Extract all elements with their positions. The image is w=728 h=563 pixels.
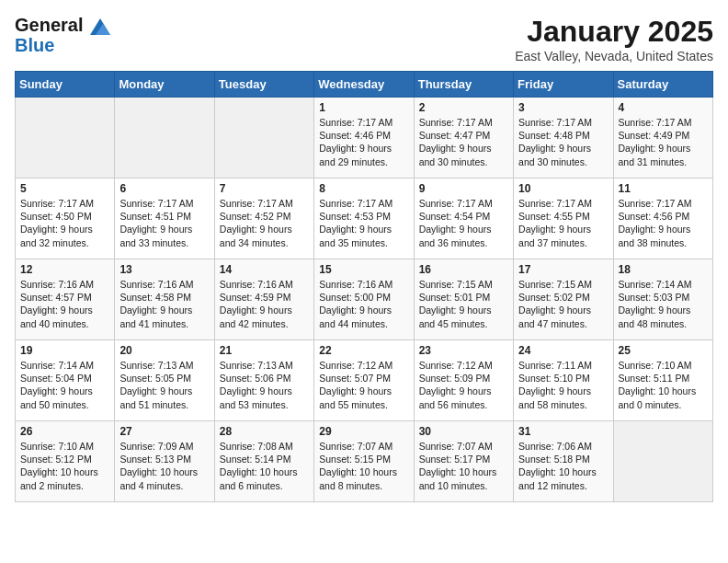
calendar-cell [115,98,214,178]
calendar-cell: 15Sunrise: 7:16 AM Sunset: 5:00 PM Dayli… [314,259,414,340]
day-number: 15 [319,263,408,276]
calendar-cell: 6Sunrise: 7:17 AM Sunset: 4:51 PM Daylig… [115,178,214,259]
day-number: 30 [419,425,508,438]
day-info: Sunrise: 7:08 AM Sunset: 5:14 PM Dayligh… [220,440,309,492]
calendar-cell: 10Sunrise: 7:17 AM Sunset: 4:55 PM Dayli… [514,178,613,259]
calendar-cell [214,98,313,178]
calendar-cell: 29Sunrise: 7:07 AM Sunset: 5:15 PM Dayli… [314,421,414,502]
day-info: Sunrise: 7:10 AM Sunset: 5:11 PM Dayligh… [619,359,708,411]
calendar-cell: 3Sunrise: 7:17 AM Sunset: 4:48 PM Daylig… [514,98,613,178]
weekday-header-friday: Friday [514,72,613,98]
calendar-table: SundayMondayTuesdayWednesdayThursdayFrid… [15,71,713,502]
week-row-4: 19Sunrise: 7:14 AM Sunset: 5:04 PM Dayli… [16,340,713,421]
day-number: 8 [319,182,408,195]
calendar-cell [16,98,115,178]
day-number: 17 [518,263,608,276]
day-number: 27 [119,425,209,438]
calendar-cell: 21Sunrise: 7:13 AM Sunset: 5:06 PM Dayli… [214,340,313,421]
calendar-cell: 4Sunrise: 7:17 AM Sunset: 4:49 PM Daylig… [613,98,712,178]
weekday-header-sunday: Sunday [16,72,115,98]
weekday-header-row: SundayMondayTuesdayWednesdayThursdayFrid… [16,72,713,98]
calendar-cell: 22Sunrise: 7:12 AM Sunset: 5:07 PM Dayli… [314,340,414,421]
day-info: Sunrise: 7:14 AM Sunset: 5:03 PM Dayligh… [619,278,708,330]
day-number: 19 [20,344,109,357]
calendar-cell: 24Sunrise: 7:11 AM Sunset: 5:10 PM Dayli… [514,340,613,421]
day-info: Sunrise: 7:11 AM Sunset: 5:10 PM Dayligh… [518,359,608,411]
day-info: Sunrise: 7:07 AM Sunset: 5:15 PM Dayligh… [319,440,408,492]
logo-general: General [15,15,83,35]
title-block: January 2025 East Valley, Nevada, United… [515,15,713,63]
day-number: 29 [319,425,408,438]
weekday-header-wednesday: Wednesday [314,72,414,98]
day-number: 18 [619,263,708,276]
day-number: 4 [619,101,708,114]
day-info: Sunrise: 7:16 AM Sunset: 4:58 PM Dayligh… [119,278,209,330]
calendar-cell: 13Sunrise: 7:16 AM Sunset: 4:58 PM Dayli… [115,259,214,340]
day-info: Sunrise: 7:07 AM Sunset: 5:17 PM Dayligh… [419,440,508,492]
day-number: 10 [518,182,608,195]
day-number: 9 [419,182,508,195]
week-row-3: 12Sunrise: 7:16 AM Sunset: 4:57 PM Dayli… [16,259,713,340]
day-number: 20 [119,344,209,357]
calendar-cell: 17Sunrise: 7:15 AM Sunset: 5:02 PM Dayli… [514,259,613,340]
day-number: 23 [419,344,508,357]
calendar-cell: 20Sunrise: 7:13 AM Sunset: 5:05 PM Dayli… [115,340,214,421]
day-info: Sunrise: 7:17 AM Sunset: 4:48 PM Dayligh… [518,116,608,168]
calendar-cell: 11Sunrise: 7:17 AM Sunset: 4:56 PM Dayli… [613,178,712,259]
week-row-1: 1Sunrise: 7:17 AM Sunset: 4:46 PM Daylig… [16,98,713,178]
day-number: 26 [20,425,109,438]
calendar-cell: 28Sunrise: 7:08 AM Sunset: 5:14 PM Dayli… [214,421,313,502]
week-row-2: 5Sunrise: 7:17 AM Sunset: 4:50 PM Daylig… [16,178,713,259]
day-number: 31 [518,425,608,438]
day-info: Sunrise: 7:17 AM Sunset: 4:47 PM Dayligh… [419,116,508,168]
calendar-cell: 16Sunrise: 7:15 AM Sunset: 5:01 PM Dayli… [414,259,513,340]
day-info: Sunrise: 7:13 AM Sunset: 5:05 PM Dayligh… [119,359,209,411]
day-number: 11 [619,182,708,195]
weekday-header-thursday: Thursday [414,72,513,98]
day-info: Sunrise: 7:17 AM Sunset: 4:55 PM Dayligh… [518,197,608,249]
day-number: 24 [518,344,608,357]
calendar-cell: 19Sunrise: 7:14 AM Sunset: 5:04 PM Dayli… [16,340,115,421]
day-number: 7 [220,182,309,195]
calendar-cell: 5Sunrise: 7:17 AM Sunset: 4:50 PM Daylig… [16,178,115,259]
day-info: Sunrise: 7:06 AM Sunset: 5:18 PM Dayligh… [518,440,608,492]
day-number: 2 [419,101,508,114]
day-info: Sunrise: 7:09 AM Sunset: 5:13 PM Dayligh… [119,440,209,492]
month-title: January 2025 [515,15,713,49]
day-number: 1 [319,101,408,114]
day-info: Sunrise: 7:12 AM Sunset: 5:07 PM Dayligh… [319,359,408,411]
calendar-cell: 27Sunrise: 7:09 AM Sunset: 5:13 PM Dayli… [115,421,214,502]
day-info: Sunrise: 7:12 AM Sunset: 5:09 PM Dayligh… [419,359,508,411]
day-info: Sunrise: 7:17 AM Sunset: 4:54 PM Dayligh… [419,197,508,249]
day-number: 12 [20,263,109,276]
calendar-cell: 9Sunrise: 7:17 AM Sunset: 4:54 PM Daylig… [414,178,513,259]
calendar-cell: 26Sunrise: 7:10 AM Sunset: 5:12 PM Dayli… [16,421,115,502]
day-info: Sunrise: 7:10 AM Sunset: 5:12 PM Dayligh… [20,440,109,492]
logo-blue: Blue [15,35,110,55]
day-info: Sunrise: 7:17 AM Sunset: 4:50 PM Dayligh… [20,197,109,249]
day-info: Sunrise: 7:17 AM Sunset: 4:53 PM Dayligh… [319,197,408,249]
page-header: General Blue January 2025 East Valley, N… [15,15,713,63]
calendar-cell: 25Sunrise: 7:10 AM Sunset: 5:11 PM Dayli… [613,340,712,421]
day-number: 22 [319,344,408,357]
weekday-header-monday: Monday [115,72,214,98]
calendar-cell: 18Sunrise: 7:14 AM Sunset: 5:03 PM Dayli… [613,259,712,340]
day-info: Sunrise: 7:14 AM Sunset: 5:04 PM Dayligh… [20,359,109,411]
day-number: 14 [220,263,309,276]
day-info: Sunrise: 7:13 AM Sunset: 5:06 PM Dayligh… [220,359,309,411]
day-number: 6 [119,182,209,195]
calendar-cell: 23Sunrise: 7:12 AM Sunset: 5:09 PM Dayli… [414,340,513,421]
calendar-cell: 7Sunrise: 7:17 AM Sunset: 4:52 PM Daylig… [214,178,313,259]
day-info: Sunrise: 7:16 AM Sunset: 4:57 PM Dayligh… [20,278,109,330]
day-info: Sunrise: 7:15 AM Sunset: 5:02 PM Dayligh… [518,278,608,330]
weekday-header-tuesday: Tuesday [214,72,313,98]
day-info: Sunrise: 7:15 AM Sunset: 5:01 PM Dayligh… [419,278,508,330]
calendar-cell: 8Sunrise: 7:17 AM Sunset: 4:53 PM Daylig… [314,178,414,259]
calendar-cell: 14Sunrise: 7:16 AM Sunset: 4:59 PM Dayli… [214,259,313,340]
day-info: Sunrise: 7:17 AM Sunset: 4:51 PM Dayligh… [119,197,209,249]
day-number: 16 [419,263,508,276]
day-number: 13 [119,263,209,276]
week-row-5: 26Sunrise: 7:10 AM Sunset: 5:12 PM Dayli… [16,421,713,502]
day-number: 21 [220,344,309,357]
day-info: Sunrise: 7:17 AM Sunset: 4:52 PM Dayligh… [220,197,309,249]
